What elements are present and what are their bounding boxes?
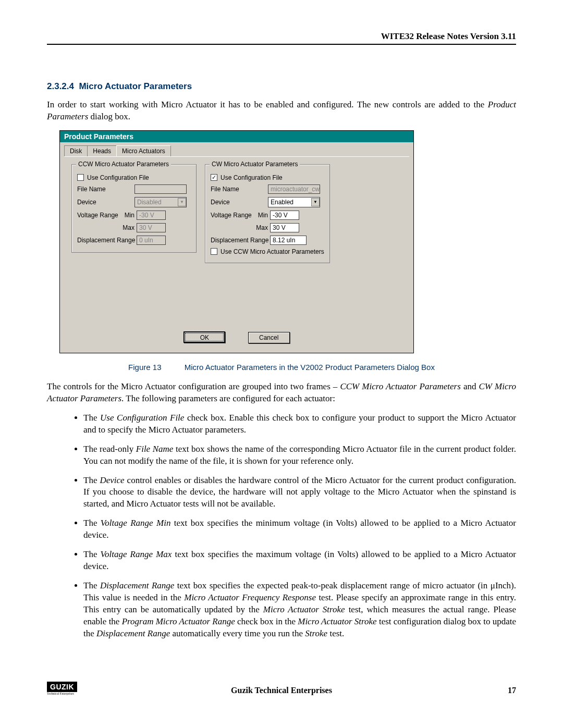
cw-min-label: Min <box>254 212 270 219</box>
tab-panel: CCW Micro Actuator Parameters Use Config… <box>64 156 409 323</box>
cw-filename-field: microactuator_cw <box>268 184 320 194</box>
dialog-title-bar: Product Parameters <box>60 131 413 142</box>
ccw-filename-label: File Name <box>77 186 134 193</box>
ccw-min-field: -30 V <box>137 211 166 220</box>
cw-max-label: Max <box>254 224 270 231</box>
list-item: The Device control enables or disables t… <box>83 475 516 511</box>
cw-device-select[interactable]: Enabled ▼ <box>268 197 320 207</box>
cw-min-field[interactable]: -30 V <box>270 211 299 220</box>
ccw-use-config-checkbox[interactable] <box>77 174 84 181</box>
chevron-down-icon[interactable]: ▼ <box>311 198 320 206</box>
list-item: The read-only File Name text box shows t… <box>83 443 516 467</box>
cw-groupbox: CW Micro Actuator Parameters ✓ Use Confi… <box>205 164 330 263</box>
chevron-down-icon: ▼ <box>178 198 186 206</box>
ccw-disp-field: 0 uIn <box>137 236 166 245</box>
cw-use-config-checkbox[interactable]: ✓ <box>211 174 217 181</box>
cw-disp-field[interactable]: 8.12 uIn <box>270 236 307 245</box>
ccw-legend: CCW Micro Actuator Parameters <box>76 161 171 168</box>
cw-filename-label: File Name <box>211 186 268 193</box>
cw-use-ccw-label: Use CCW Micro Actuator Parameters <box>221 248 324 255</box>
ccw-use-config-label: Use Configuration File <box>87 174 149 181</box>
cw-max-field[interactable]: 30 V <box>270 223 299 232</box>
figure-number: Figure 13 <box>128 363 161 372</box>
figure-caption: Figure 13 Micro Actuator Parameters in t… <box>47 363 516 372</box>
ccw-disp-label: Displacement Range <box>77 237 137 244</box>
ccw-max-label: Max <box>121 224 137 231</box>
cw-use-config-label: Use Configuration File <box>221 174 283 181</box>
frames-paragraph: The controls for the Micro Actuator conf… <box>47 381 516 405</box>
tab-micro-actuators[interactable]: Micro Actuators <box>116 145 171 156</box>
list-item: The Voltage Range Min text box specifies… <box>83 517 516 541</box>
ccw-device-label: Device <box>77 199 134 206</box>
list-item: The Voltage Range Max text box specifies… <box>83 549 516 573</box>
figure-text: Micro Actuator Parameters in the V2002 P… <box>185 363 435 372</box>
list-item: The Use Configuration File check box. En… <box>83 412 516 436</box>
product-parameters-dialog: Product Parameters DiskHeadsMicro Actuat… <box>59 130 414 353</box>
tab-heads[interactable]: Heads <box>87 145 117 156</box>
cw-use-ccw-checkbox[interactable] <box>211 248 217 255</box>
dialog-button-row: OK Cancel <box>60 327 413 353</box>
ccw-min-label: Min <box>121 212 137 219</box>
section-number: 2.3.2.4 <box>47 81 74 91</box>
ccw-filename-field <box>134 184 187 194</box>
cw-vrange-label: Voltage Range <box>211 212 254 219</box>
section-title: Micro Actuator Parameters <box>79 81 192 91</box>
parameter-bullet-list: The Use Configuration File check box. En… <box>47 412 516 640</box>
intro-paragraph: In order to start working with Micro Act… <box>47 99 516 123</box>
tab-strip: DiskHeadsMicro Actuators <box>60 142 413 156</box>
cw-device-label: Device <box>211 199 268 206</box>
ok-button[interactable]: OK <box>183 331 225 343</box>
ccw-groupbox: CCW Micro Actuator Parameters Use Config… <box>71 164 197 253</box>
cw-legend: CW Micro Actuator Parameters <box>210 161 300 168</box>
ccw-max-field: 30 V <box>137 223 166 232</box>
cancel-button[interactable]: Cancel <box>248 332 290 343</box>
section-heading: 2.3.2.4 Micro Actuator Parameters <box>47 81 516 92</box>
footer-company: Guzik Technical Enterprises <box>47 686 516 695</box>
page-header: WITE32 Release Notes Version 3.11 <box>47 31 516 45</box>
tab-disk[interactable]: Disk <box>64 145 88 156</box>
page-footer: GUZIK Technical Enterprises Guzik Techni… <box>47 682 516 697</box>
cw-disp-label: Displacement Range <box>211 237 270 244</box>
ccw-device-select: Disabled ▼ <box>134 197 187 207</box>
ccw-vrange-label: Voltage Range <box>77 212 121 219</box>
list-item: The Displacement Range text box specifie… <box>83 580 516 640</box>
